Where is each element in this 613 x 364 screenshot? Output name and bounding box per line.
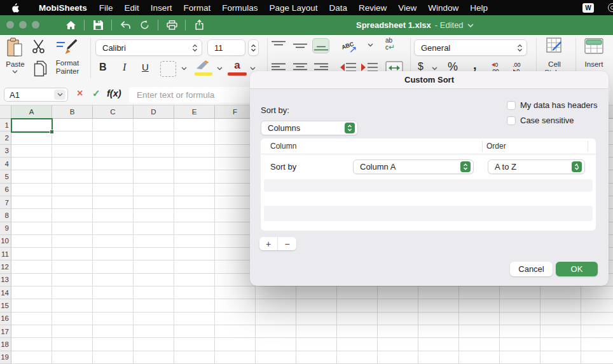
document-title[interactable]: Spreadsheet 1.xlsx - Edited xyxy=(356,15,474,35)
menu-item-edit[interactable]: Edit xyxy=(119,3,145,13)
grid-cell[interactable] xyxy=(174,286,215,299)
grid-cell[interactable] xyxy=(52,338,93,351)
font-color-chevron-icon[interactable] xyxy=(250,67,256,71)
grid-cell[interactable] xyxy=(52,235,93,248)
row-header[interactable]: 16 xyxy=(0,313,11,325)
row-header[interactable]: 6 xyxy=(0,184,11,196)
grid-cell[interactable] xyxy=(52,260,93,273)
column-header[interactable]: E xyxy=(174,105,215,119)
row-header[interactable]: 19 xyxy=(0,351,11,364)
undo-icon[interactable] xyxy=(116,17,135,32)
grid-cell[interactable] xyxy=(134,248,174,260)
row-header[interactable]: 5 xyxy=(0,170,11,183)
orientation-chevron-icon[interactable] xyxy=(368,43,373,47)
grid-cell[interactable] xyxy=(134,131,174,144)
grid-cell[interactable] xyxy=(541,325,581,338)
grid-cell[interactable] xyxy=(581,351,613,364)
grid-cell[interactable] xyxy=(418,313,459,325)
grid-cell[interactable] xyxy=(378,286,418,299)
grid-cell[interactable] xyxy=(541,313,581,325)
highlight-chevron-icon[interactable] xyxy=(217,67,223,71)
grid-cell[interactable] xyxy=(174,209,215,222)
grid-cell[interactable] xyxy=(174,196,215,209)
grid-cell[interactable] xyxy=(296,299,337,312)
grid-cell[interactable] xyxy=(93,351,134,364)
grid-cell[interactable] xyxy=(134,235,174,248)
grid-cell[interactable] xyxy=(459,313,500,325)
grid-cell[interactable] xyxy=(11,260,52,273)
grid-cell[interactable] xyxy=(11,313,52,325)
grid-cell[interactable] xyxy=(215,313,256,325)
grid-cell[interactable] xyxy=(418,286,459,299)
grid-cell[interactable] xyxy=(174,351,215,364)
grid-cell[interactable] xyxy=(134,338,174,351)
grid-cell[interactable] xyxy=(11,325,52,338)
grid-cell[interactable] xyxy=(215,325,256,338)
align-bottom-icon[interactable] xyxy=(312,38,329,53)
grid-cell[interactable] xyxy=(93,184,134,196)
grid-cell[interactable] xyxy=(541,286,581,299)
add-criterion-button[interactable]: + xyxy=(259,237,278,250)
bold-button[interactable]: B xyxy=(99,62,107,73)
grid-cell[interactable] xyxy=(296,351,337,364)
number-format-select[interactable]: General xyxy=(414,39,527,56)
grid-cell[interactable] xyxy=(256,351,296,364)
grid-cell[interactable] xyxy=(174,313,215,325)
grid-cell[interactable] xyxy=(93,325,134,338)
grid-cell[interactable] xyxy=(500,325,541,338)
grid-cell[interactable] xyxy=(52,170,93,183)
grid-cell[interactable] xyxy=(581,299,613,312)
grid-cell[interactable] xyxy=(11,299,52,312)
grid-cell[interactable] xyxy=(174,338,215,351)
grid-cell[interactable] xyxy=(174,131,215,144)
grid-cell[interactable] xyxy=(52,158,93,170)
grid-cell[interactable] xyxy=(93,222,134,235)
insert-label[interactable]: Insert xyxy=(575,60,612,69)
grid-cell[interactable] xyxy=(581,325,613,338)
grid-cell[interactable] xyxy=(459,286,500,299)
ok-button[interactable]: OK xyxy=(556,262,598,276)
grid-cell[interactable] xyxy=(337,351,378,364)
grid-cell[interactable] xyxy=(52,248,93,260)
menu-item-data[interactable]: Data xyxy=(323,3,353,13)
save-icon[interactable] xyxy=(88,17,107,32)
highlight-color-icon[interactable] xyxy=(195,60,212,76)
row-header[interactable]: 10 xyxy=(0,235,11,248)
grid-cell[interactable] xyxy=(500,299,541,312)
grid-cell[interactable] xyxy=(174,170,215,183)
grid-cell[interactable] xyxy=(52,286,93,299)
row-header[interactable]: 7 xyxy=(0,196,11,209)
headers-checkbox[interactable] xyxy=(507,101,516,110)
menu-item-app[interactable]: MobiSheets xyxy=(32,3,93,13)
grid-cell[interactable] xyxy=(174,325,215,338)
font-size-input[interactable]: 11 xyxy=(207,39,245,56)
insert-icon[interactable] xyxy=(584,38,603,57)
name-box-chevron-icon[interactable] xyxy=(54,90,65,100)
grid-cell[interactable] xyxy=(11,158,52,170)
grid-cell[interactable] xyxy=(52,274,93,286)
grid-cell[interactable] xyxy=(11,145,52,158)
grid-cell[interactable] xyxy=(500,338,541,351)
grid-cell[interactable] xyxy=(134,313,174,325)
sort-by-select[interactable]: Columns xyxy=(261,121,358,135)
borders-icon[interactable] xyxy=(160,61,176,77)
grid-cell[interactable] xyxy=(11,338,52,351)
grid-cell[interactable] xyxy=(134,170,174,183)
grid-cell[interactable] xyxy=(134,299,174,312)
menu-item-insert[interactable]: Insert xyxy=(145,3,178,13)
row-header[interactable]: 17 xyxy=(0,325,11,338)
copy-icon[interactable] xyxy=(34,60,47,79)
grid-cell[interactable] xyxy=(93,338,134,351)
row-header[interactable]: 1 xyxy=(0,119,11,131)
case-checkbox-row[interactable]: Case sensitive xyxy=(507,116,574,125)
grid-cell[interactable] xyxy=(296,286,337,299)
grid-cell[interactable] xyxy=(174,184,215,196)
cancel-button[interactable]: Cancel xyxy=(510,262,553,276)
grid-cell[interactable] xyxy=(11,286,52,299)
grid-cell[interactable] xyxy=(52,145,93,158)
row-header[interactable]: 3 xyxy=(0,145,11,158)
grid-cell[interactable] xyxy=(337,286,378,299)
grid-cell[interactable] xyxy=(296,325,337,338)
grid-cell[interactable] xyxy=(541,299,581,312)
grid-cell[interactable] xyxy=(52,313,93,325)
